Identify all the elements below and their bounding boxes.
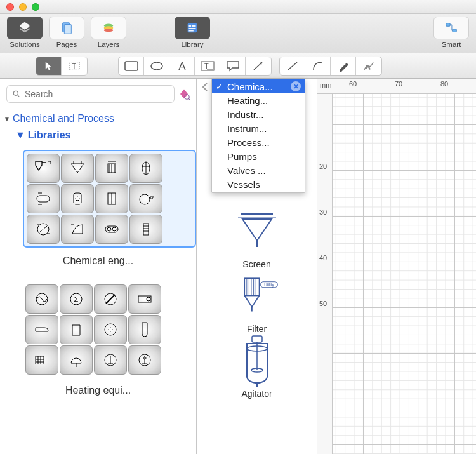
ruler-unit-label: mm xyxy=(320,81,331,89)
bezier-tool[interactable] xyxy=(356,57,381,75)
dropdown-item[interactable]: ✓ Chemica... ✕ xyxy=(212,79,305,93)
svg-line-53 xyxy=(106,295,115,304)
shape-filter[interactable]: Utility Filter xyxy=(234,274,280,334)
shape-thumb xyxy=(128,284,161,314)
pages-tab[interactable]: Pages xyxy=(47,17,86,48)
svg-point-44 xyxy=(112,227,116,231)
dropdown-item-label: Instrum... xyxy=(227,123,267,134)
drawing-canvas[interactable]: mm 60 70 80 20 30 40 50 xyxy=(317,79,476,454)
search-input[interactable] xyxy=(25,89,169,99)
svg-point-37 xyxy=(76,197,79,201)
chevron-left-icon xyxy=(201,83,209,91)
library-tab[interactable]: Library xyxy=(173,17,212,48)
solutions-filter-icon[interactable] xyxy=(178,88,190,100)
minimize-window-button[interactable] xyxy=(19,3,27,11)
text-a-icon: A xyxy=(176,60,188,72)
dropdown-item-label: Pumps xyxy=(227,151,257,162)
tree-category-label: Chemical and Process xyxy=(13,113,114,124)
shape-screen[interactable]: Screen xyxy=(234,210,280,269)
ruler-mark: 30 xyxy=(319,208,327,216)
bezier-icon xyxy=(362,60,375,72)
dropdown-item[interactable]: Pumps xyxy=(212,149,305,163)
shape-thumb xyxy=(27,215,60,244)
shape-thumb xyxy=(128,345,161,375)
svg-rect-8 xyxy=(189,28,196,29)
ruler-mark: 20 xyxy=(319,163,327,170)
shape-thumb xyxy=(128,315,161,344)
dropdown-item[interactable]: Valves ... xyxy=(212,163,305,177)
shape-thumb xyxy=(61,215,94,244)
solutions-tab[interactable]: Solutions xyxy=(5,17,44,48)
shape-thumb xyxy=(94,284,127,314)
shape-thumb xyxy=(61,184,94,213)
agitator-shape-icon xyxy=(238,335,276,389)
svg-rect-6 xyxy=(189,25,192,27)
dropdown-item[interactable]: Process... xyxy=(212,135,305,149)
rectangle-icon xyxy=(124,61,138,71)
shape-thumb xyxy=(61,154,94,183)
shape-agitator[interactable]: Agitator xyxy=(234,339,280,399)
check-icon: ✓ xyxy=(216,82,223,91)
line-icon xyxy=(286,60,299,72)
shape-thumb xyxy=(27,154,60,183)
library-label: Library xyxy=(181,41,203,48)
dropdown-item[interactable]: Industr... xyxy=(212,107,305,121)
library-caption: Heating equi... xyxy=(0,381,196,408)
text-tool[interactable]: A xyxy=(169,57,195,75)
callout-tool[interactable] xyxy=(220,57,246,75)
filter-badge-label: Utility xyxy=(264,283,274,288)
svg-rect-1 xyxy=(64,25,71,34)
svg-text:T: T xyxy=(72,63,77,70)
textbox-tool[interactable]: T xyxy=(195,57,220,75)
shape-toolbar: T A T xyxy=(0,53,476,79)
dropdown-item[interactable]: Heating... xyxy=(212,93,305,107)
dropdown-item[interactable]: Vessels xyxy=(212,177,305,191)
shape-label: Screen xyxy=(242,259,270,269)
text-select-tool[interactable]: T xyxy=(62,57,87,75)
svg-text:Σ: Σ xyxy=(74,295,79,303)
dropdown-item-label: Chemica... xyxy=(227,81,273,92)
search-field[interactable] xyxy=(6,85,175,103)
svg-line-23 xyxy=(18,95,20,97)
disclosure-triangle-icon: ▼ xyxy=(15,130,25,141)
pointer-tool[interactable] xyxy=(36,57,62,75)
search-icon xyxy=(12,90,21,98)
ruler-mark: 60 xyxy=(349,80,357,88)
library-group-chemical[interactable] xyxy=(23,150,196,248)
shape-thumb xyxy=(60,345,93,375)
shape-thumb xyxy=(94,345,127,375)
svg-rect-45 xyxy=(143,224,149,235)
tree-category[interactable]: ▼Chemical and Process xyxy=(0,107,196,127)
dropdown-item-label: Process... xyxy=(227,137,270,148)
rectangle-tool[interactable] xyxy=(119,57,144,75)
library-group-heating[interactable]: Σ xyxy=(23,282,196,377)
svg-point-57 xyxy=(105,324,116,335)
ruler-mark: 70 xyxy=(395,80,402,88)
close-window-button[interactable] xyxy=(6,3,14,11)
layers-tab[interactable]: Layers xyxy=(89,17,128,48)
maximize-window-button[interactable] xyxy=(32,3,39,11)
shape-label: Agitator xyxy=(241,389,272,399)
layers-label: Layers xyxy=(98,41,120,48)
dropdown-item[interactable]: Instrum... xyxy=(212,121,305,135)
svg-point-22 xyxy=(13,91,18,95)
textbox-icon: T xyxy=(201,61,215,71)
arrow-tool[interactable] xyxy=(246,57,271,75)
library-dropdown[interactable]: ✓ Chemica... ✕ Heating... Industr... Ins… xyxy=(211,79,305,193)
dropdown-remove-icon[interactable]: ✕ xyxy=(291,81,301,91)
ellipse-icon xyxy=(150,61,164,71)
shape-thumb xyxy=(95,215,128,244)
text-select-icon: T xyxy=(68,61,81,71)
svg-line-21 xyxy=(288,62,297,70)
smart-tab[interactable]: Smart xyxy=(432,17,471,48)
arc-tool[interactable] xyxy=(305,57,331,75)
ellipse-tool[interactable] xyxy=(144,57,169,75)
tree-libraries[interactable]: ▼Libraries xyxy=(0,127,196,146)
shape-thumb xyxy=(25,284,58,314)
dropdown-item-label: Heating... xyxy=(227,95,268,106)
line-tool[interactable] xyxy=(280,57,305,75)
pen-tool[interactable] xyxy=(331,57,356,75)
shape-thumb xyxy=(25,315,58,344)
main-toolbar: Solutions Pages Layers Library Smart xyxy=(0,14,476,53)
shape-thumb xyxy=(27,184,60,213)
